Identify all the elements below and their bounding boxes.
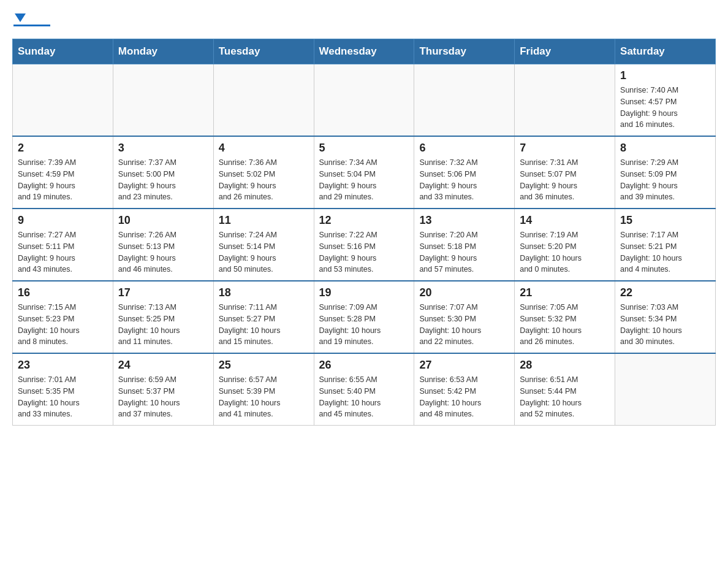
day-number: 18	[219, 286, 309, 299]
day-number: 11	[219, 214, 309, 227]
calendar-cell: 13Sunrise: 7:20 AM Sunset: 5:18 PM Dayli…	[414, 209, 515, 281]
day-number: 16	[18, 286, 108, 299]
day-number: 21	[520, 286, 610, 299]
calendar-cell: 28Sunrise: 6:51 AM Sunset: 5:44 PM Dayli…	[515, 353, 615, 426]
day-info: Sunrise: 7:37 AM Sunset: 5:00 PM Dayligh…	[118, 157, 208, 203]
day-number: 27	[419, 359, 509, 372]
day-info: Sunrise: 7:31 AM Sunset: 5:07 PM Dayligh…	[520, 157, 610, 203]
day-info: Sunrise: 7:13 AM Sunset: 5:25 PM Dayligh…	[118, 302, 208, 348]
weekday-header-monday: Monday	[113, 39, 213, 64]
day-info: Sunrise: 7:36 AM Sunset: 5:02 PM Dayligh…	[219, 157, 309, 203]
day-info: Sunrise: 7:03 AM Sunset: 5:34 PM Dayligh…	[620, 302, 710, 348]
day-info: Sunrise: 7:40 AM Sunset: 4:57 PM Dayligh…	[620, 85, 710, 131]
day-info: Sunrise: 6:59 AM Sunset: 5:37 PM Dayligh…	[118, 374, 208, 420]
calendar-week-row: 2Sunrise: 7:39 AM Sunset: 4:59 PM Daylig…	[13, 136, 716, 209]
logo	[12, 12, 53, 26]
calendar-cell: 27Sunrise: 6:53 AM Sunset: 5:42 PM Dayli…	[414, 353, 515, 426]
day-number: 5	[319, 142, 409, 155]
day-number: 22	[620, 286, 710, 299]
calendar-cell: 1Sunrise: 7:40 AM Sunset: 4:57 PM Daylig…	[615, 64, 716, 137]
calendar-cell: 6Sunrise: 7:32 AM Sunset: 5:06 PM Daylig…	[414, 136, 515, 209]
day-number: 25	[219, 359, 309, 372]
weekday-header-thursday: Thursday	[414, 39, 515, 64]
day-info: Sunrise: 7:01 AM Sunset: 5:35 PM Dayligh…	[18, 374, 108, 420]
weekday-header-wednesday: Wednesday	[314, 39, 414, 64]
logo-underline	[13, 25, 50, 26]
day-info: Sunrise: 7:29 AM Sunset: 5:09 PM Dayligh…	[620, 157, 710, 203]
day-number: 15	[620, 214, 710, 227]
calendar-cell: 24Sunrise: 6:59 AM Sunset: 5:37 PM Dayli…	[113, 353, 213, 426]
calendar-cell: 17Sunrise: 7:13 AM Sunset: 5:25 PM Dayli…	[113, 281, 213, 353]
day-info: Sunrise: 7:39 AM Sunset: 4:59 PM Dayligh…	[18, 157, 108, 203]
svg-marker-0	[15, 13, 26, 22]
day-number: 19	[319, 286, 409, 299]
calendar-cell: 3Sunrise: 7:37 AM Sunset: 5:00 PM Daylig…	[113, 136, 213, 209]
day-number: 7	[520, 142, 610, 155]
calendar-week-row: 9Sunrise: 7:27 AM Sunset: 5:11 PM Daylig…	[13, 209, 716, 281]
day-number: 14	[520, 214, 610, 227]
calendar-cell	[615, 353, 716, 426]
calendar-table: SundayMondayTuesdayWednesdayThursdayFrid…	[12, 39, 716, 426]
calendar-week-row: 1Sunrise: 7:40 AM Sunset: 4:57 PM Daylig…	[13, 64, 716, 137]
calendar-cell: 23Sunrise: 7:01 AM Sunset: 5:35 PM Dayli…	[13, 353, 113, 426]
calendar-cell: 11Sunrise: 7:24 AM Sunset: 5:14 PM Dayli…	[213, 209, 314, 281]
calendar-cell	[515, 64, 615, 137]
page-header	[12, 12, 716, 26]
day-number: 4	[219, 142, 309, 155]
day-info: Sunrise: 7:07 AM Sunset: 5:30 PM Dayligh…	[419, 302, 509, 348]
day-info: Sunrise: 6:55 AM Sunset: 5:40 PM Dayligh…	[319, 374, 409, 420]
calendar-cell: 20Sunrise: 7:07 AM Sunset: 5:30 PM Dayli…	[414, 281, 515, 353]
calendar-cell: 7Sunrise: 7:31 AM Sunset: 5:07 PM Daylig…	[515, 136, 615, 209]
day-info: Sunrise: 7:32 AM Sunset: 5:06 PM Dayligh…	[419, 157, 509, 203]
day-number: 6	[419, 142, 509, 155]
calendar-cell: 14Sunrise: 7:19 AM Sunset: 5:20 PM Dayli…	[515, 209, 615, 281]
day-number: 24	[118, 359, 208, 372]
day-number: 1	[620, 69, 710, 82]
calendar-cell: 18Sunrise: 7:11 AM Sunset: 5:27 PM Dayli…	[213, 281, 314, 353]
calendar-cell: 16Sunrise: 7:15 AM Sunset: 5:23 PM Dayli…	[13, 281, 113, 353]
day-number: 8	[620, 142, 710, 155]
weekday-header-friday: Friday	[515, 39, 615, 64]
calendar-cell: 19Sunrise: 7:09 AM Sunset: 5:28 PM Dayli…	[314, 281, 414, 353]
day-info: Sunrise: 7:27 AM Sunset: 5:11 PM Dayligh…	[18, 229, 108, 275]
calendar-cell: 12Sunrise: 7:22 AM Sunset: 5:16 PM Dayli…	[314, 209, 414, 281]
calendar-cell: 10Sunrise: 7:26 AM Sunset: 5:13 PM Dayli…	[113, 209, 213, 281]
calendar-cell: 15Sunrise: 7:17 AM Sunset: 5:21 PM Dayli…	[615, 209, 716, 281]
day-info: Sunrise: 7:26 AM Sunset: 5:13 PM Dayligh…	[118, 229, 208, 275]
day-number: 20	[419, 286, 509, 299]
day-info: Sunrise: 7:09 AM Sunset: 5:28 PM Dayligh…	[319, 302, 409, 348]
day-info: Sunrise: 7:05 AM Sunset: 5:32 PM Dayligh…	[520, 302, 610, 348]
calendar-cell: 4Sunrise: 7:36 AM Sunset: 5:02 PM Daylig…	[213, 136, 314, 209]
weekday-header-saturday: Saturday	[615, 39, 716, 64]
calendar-cell: 2Sunrise: 7:39 AM Sunset: 4:59 PM Daylig…	[13, 136, 113, 209]
calendar-header-row: SundayMondayTuesdayWednesdayThursdayFrid…	[13, 39, 716, 64]
day-number: 2	[18, 142, 108, 155]
calendar-cell: 25Sunrise: 6:57 AM Sunset: 5:39 PM Dayli…	[213, 353, 314, 426]
calendar-cell	[113, 64, 213, 137]
calendar-week-row: 23Sunrise: 7:01 AM Sunset: 5:35 PM Dayli…	[13, 353, 716, 426]
day-number: 10	[118, 214, 208, 227]
day-info: Sunrise: 7:17 AM Sunset: 5:21 PM Dayligh…	[620, 229, 710, 275]
day-info: Sunrise: 7:19 AM Sunset: 5:20 PM Dayligh…	[520, 229, 610, 275]
day-info: Sunrise: 6:53 AM Sunset: 5:42 PM Dayligh…	[419, 374, 509, 420]
day-number: 26	[319, 359, 409, 372]
day-info: Sunrise: 6:51 AM Sunset: 5:44 PM Dayligh…	[520, 374, 610, 420]
day-info: Sunrise: 7:15 AM Sunset: 5:23 PM Dayligh…	[18, 302, 108, 348]
calendar-cell: 9Sunrise: 7:27 AM Sunset: 5:11 PM Daylig…	[13, 209, 113, 281]
day-number: 12	[319, 214, 409, 227]
calendar-cell	[414, 64, 515, 137]
calendar-cell: 22Sunrise: 7:03 AM Sunset: 5:34 PM Dayli…	[615, 281, 716, 353]
day-number: 9	[18, 214, 108, 227]
day-info: Sunrise: 7:22 AM Sunset: 5:16 PM Dayligh…	[319, 229, 409, 275]
day-info: Sunrise: 7:11 AM Sunset: 5:27 PM Dayligh…	[219, 302, 309, 348]
calendar-cell: 5Sunrise: 7:34 AM Sunset: 5:04 PM Daylig…	[314, 136, 414, 209]
calendar-cell	[213, 64, 314, 137]
day-number: 13	[419, 214, 509, 227]
calendar-cell	[314, 64, 414, 137]
calendar-cell: 21Sunrise: 7:05 AM Sunset: 5:32 PM Dayli…	[515, 281, 615, 353]
day-number: 17	[118, 286, 208, 299]
day-info: Sunrise: 7:20 AM Sunset: 5:18 PM Dayligh…	[419, 229, 509, 275]
calendar-cell	[13, 64, 113, 137]
logo-triangle-icon	[13, 11, 27, 25]
day-info: Sunrise: 7:34 AM Sunset: 5:04 PM Dayligh…	[319, 157, 409, 203]
